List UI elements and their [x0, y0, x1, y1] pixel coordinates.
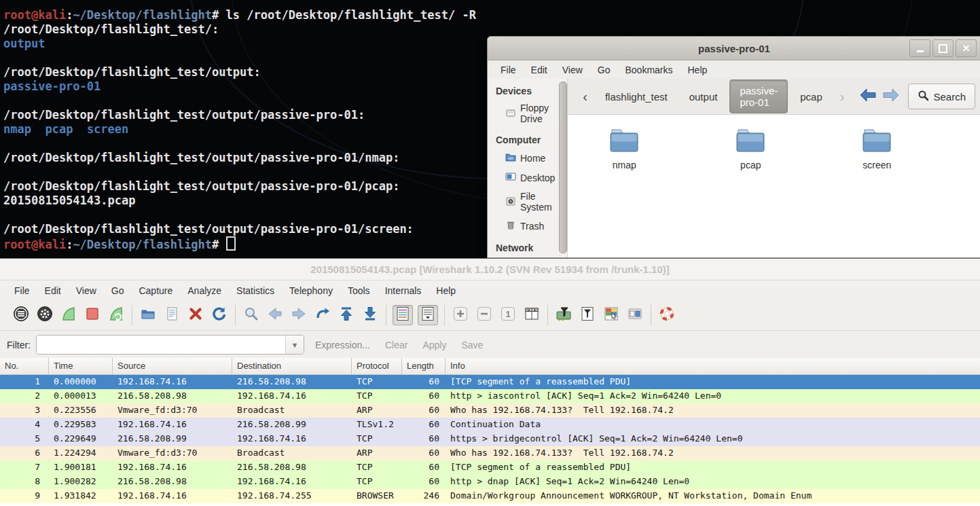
filter-save-button[interactable]: Save [461, 340, 483, 350]
terminal-line: output [3, 37, 476, 51]
menu-item-go[interactable]: Go [590, 65, 618, 75]
help-button[interactable] [657, 306, 676, 325]
sidebar-item-item[interactable] [488, 256, 567, 257]
filter-apply-button[interactable]: Apply [422, 340, 446, 350]
packet-row[interactable]: 50.229649216.58.208.99192.168.74.16TCP60… [0, 432, 980, 446]
sidebar-item-file-system[interactable]: File System [488, 187, 567, 216]
path-segment-output[interactable]: output [680, 86, 727, 107]
packet-row[interactable]: 40.229583192.168.74.16216.58.208.99TLSv1… [0, 418, 980, 432]
save-file-button[interactable] [162, 306, 181, 325]
forward-button[interactable] [882, 88, 900, 105]
sidebar-item-trash[interactable]: Trash [488, 216, 567, 236]
restart-capture-button[interactable] [107, 306, 126, 325]
close-file-button[interactable] [186, 306, 205, 325]
packet-row[interactable]: 81.900282216.58.208.98192.168.74.16TCP60… [0, 475, 980, 489]
column-header-source[interactable]: Source [113, 358, 232, 374]
menu-item-help[interactable]: Help [429, 285, 463, 296]
folder-pcap[interactable]: pcap [720, 127, 781, 257]
column-header-destination[interactable]: Destination [232, 358, 352, 374]
menu-item-telephony[interactable]: Telephony [282, 285, 340, 296]
menu-item-view[interactable]: View [555, 65, 590, 75]
column-header-length[interactable]: Length [402, 358, 446, 374]
zoom-100-button[interactable]: 1 [498, 306, 518, 325]
menu-item-internals[interactable]: Internals [378, 285, 429, 296]
coloring-rules-button[interactable] [602, 306, 621, 325]
list-interfaces-button[interactable] [12, 306, 31, 325]
packet-row[interactable]: 10.000000192.168.74.16216.58.208.98TCP60… [0, 375, 980, 389]
display-filter-button[interactable] [578, 306, 597, 325]
menu-item-edit[interactable]: Edit [524, 65, 555, 75]
column-header-no[interactable]: No. [0, 358, 49, 374]
menu-item-edit[interactable]: Edit [37, 285, 69, 296]
menu-item-statistics[interactable]: Statistics [229, 285, 282, 296]
packet-row[interactable]: 30.223556Vmware_fd:d3:70BroadcastARP60Wh… [0, 403, 980, 418]
minimize-button[interactable] [909, 39, 930, 57]
wireshark-titlebar[interactable]: 20150815054143.pcap [Wireshark 1.10.2 (S… [0, 259, 980, 281]
search-button[interactable]: Search [908, 84, 975, 109]
sidebar-item-desktop[interactable]: Desktop [488, 168, 567, 187]
toolbar-group [651, 306, 683, 325]
sidebar-scrollbar[interactable] [559, 82, 566, 255]
go-back-button[interactable] [266, 306, 285, 325]
menu-item-file[interactable]: File [493, 65, 524, 75]
autoscroll-toggle-button[interactable] [418, 305, 438, 325]
packet-cell-proto: TCP [352, 432, 402, 446]
menu-item-capture[interactable]: Capture [131, 285, 180, 296]
packet-cell-no: 5 [0, 432, 49, 446]
scrollbar-thumb[interactable] [559, 82, 567, 253]
sidebar-section-network: Network [488, 236, 567, 256]
start-capture-button[interactable] [59, 306, 78, 325]
packet-cell-time: 0.229649 [49, 432, 113, 446]
file-manager-titlebar[interactable]: passive-pro-01 ✕ [488, 37, 980, 60]
folder-screen[interactable]: screen [846, 127, 907, 257]
sidebar-item-home[interactable]: Home [488, 148, 567, 168]
preferences-button[interactable] [625, 306, 645, 325]
filter-input[interactable] [37, 336, 285, 354]
menu-item-help[interactable]: Help [680, 65, 715, 75]
path-segment-flashlight-test[interactable]: flashlight_test [596, 86, 677, 107]
menu-item-view[interactable]: View [69, 285, 104, 296]
folder-nmap[interactable]: nmap [594, 127, 655, 257]
history-chevron-left-icon[interactable]: ‹ [577, 89, 593, 105]
menu-item-analyze[interactable]: Analyze [180, 285, 229, 296]
go-to-bottom-button[interactable] [361, 306, 380, 325]
filter-clear-button[interactable]: Clear [385, 340, 407, 350]
stop-capture-button[interactable] [83, 306, 102, 325]
resize-columns-button[interactable] [522, 306, 541, 325]
zoom-out-button[interactable] [475, 306, 494, 325]
back-button[interactable] [859, 88, 877, 105]
path-segment-passive-pro-01[interactable]: passive-pro-01 [729, 79, 788, 113]
menu-item-tools[interactable]: Tools [340, 285, 378, 296]
menu-item-go[interactable]: Go [104, 285, 132, 296]
packet-cell-no: 7 [0, 460, 49, 475]
zoom-in-button[interactable] [451, 306, 470, 325]
filter-combobox: ▼ [36, 335, 304, 355]
reload-file-button[interactable] [210, 306, 229, 325]
history-chevron-right-icon[interactable]: › [835, 89, 850, 105]
go-to-top-button[interactable] [337, 306, 356, 325]
packet-row[interactable]: 20.000013216.58.208.98192.168.74.16TCP60… [0, 389, 980, 403]
go-forward-button[interactable] [289, 306, 308, 325]
capture-filter-button[interactable] [554, 306, 573, 325]
sidebar-item-floppy-drive[interactable]: Floppy Drive [488, 99, 567, 128]
column-header-protocol[interactable]: Protocol [352, 358, 402, 374]
capture-options-button[interactable] [35, 306, 54, 325]
filter-dropdown-button[interactable]: ▼ [285, 336, 304, 354]
maximize-button[interactable] [932, 39, 954, 57]
close-button[interactable]: ✕ [956, 39, 977, 57]
open-file-button[interactable] [139, 306, 158, 325]
path-segment-pcap[interactable]: pcap [791, 86, 832, 107]
packet-row[interactable]: 61.224294Vmware_fd:d3:70BroadcastARP60Wh… [0, 446, 980, 460]
menu-item-bookmarks[interactable]: Bookmarks [617, 65, 680, 75]
go-to-packet-button[interactable] [313, 306, 332, 325]
open-file [140, 306, 156, 325]
menu-item-file[interactable]: File [7, 285, 37, 296]
colorize-toggle-button[interactable] [393, 305, 413, 325]
filter-expression-button[interactable]: Expression... [315, 340, 370, 350]
column-header-info[interactable]: Info [446, 358, 980, 374]
packet-row[interactable]: 91.931842192.168.74.16192.168.74.255BROW… [0, 489, 980, 503]
find-packet-button[interactable] [242, 306, 261, 325]
packet-row[interactable]: 71.900181192.168.74.16216.58.208.98TCP60… [0, 460, 980, 475]
column-header-time[interactable]: Time [49, 358, 113, 374]
packet-cell-len: 60 [402, 475, 446, 489]
